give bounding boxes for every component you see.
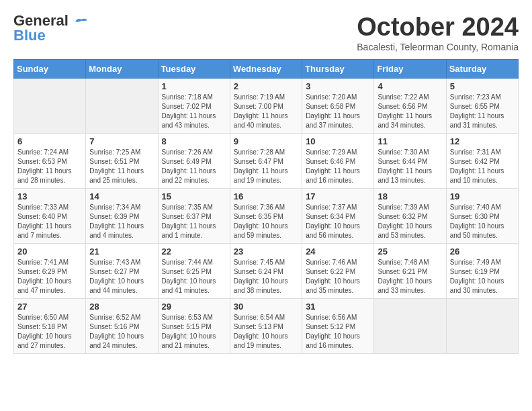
calendar-cell: 11Sunrise: 7:30 AM Sunset: 6:44 PM Dayli… <box>374 133 446 188</box>
day-number: 29 <box>162 302 226 312</box>
day-info: Sunrise: 7:31 AM Sunset: 6:42 PM Dayligh… <box>450 148 515 185</box>
day-number: 8 <box>162 136 226 146</box>
calendar-cell <box>446 298 518 353</box>
day-number: 19 <box>450 191 515 201</box>
calendar-table: SundayMondayTuesdayWednesdayThursdayFrid… <box>13 59 519 354</box>
calendar-week-row: 6Sunrise: 7:24 AM Sunset: 6:53 PM Daylig… <box>14 133 519 188</box>
day-info: Sunrise: 7:43 AM Sunset: 6:27 PM Dayligh… <box>89 258 154 295</box>
day-info: Sunrise: 7:36 AM Sunset: 6:35 PM Dayligh… <box>234 203 298 240</box>
day-info: Sunrise: 7:19 AM Sunset: 7:00 PM Dayligh… <box>234 93 298 130</box>
calendar-cell: 26Sunrise: 7:49 AM Sunset: 6:19 PM Dayli… <box>446 243 518 298</box>
day-info: Sunrise: 7:30 AM Sunset: 6:44 PM Dayligh… <box>378 148 442 185</box>
day-number: 22 <box>162 246 226 257</box>
calendar-cell: 25Sunrise: 7:48 AM Sunset: 6:21 PM Dayli… <box>374 243 446 298</box>
calendar-cell: 18Sunrise: 7:39 AM Sunset: 6:32 PM Dayli… <box>374 188 446 243</box>
calendar-cell: 13Sunrise: 7:33 AM Sunset: 6:40 PM Dayli… <box>14 188 86 243</box>
day-number: 15 <box>162 191 226 201</box>
day-info: Sunrise: 7:37 AM Sunset: 6:34 PM Dayligh… <box>306 203 370 240</box>
day-number: 26 <box>450 246 515 257</box>
day-number: 31 <box>306 302 370 312</box>
day-info: Sunrise: 7:46 AM Sunset: 6:22 PM Dayligh… <box>306 258 370 295</box>
day-number: 6 <box>17 136 82 146</box>
page-header: General Blue October 2024 Bacalesti, Tel… <box>13 13 519 52</box>
calendar-cell: 23Sunrise: 7:45 AM Sunset: 6:24 PM Dayli… <box>230 243 302 298</box>
day-of-week-header: Monday <box>86 59 158 78</box>
calendar-cell: 10Sunrise: 7:29 AM Sunset: 6:46 PM Dayli… <box>302 133 374 188</box>
day-number: 30 <box>234 302 298 312</box>
day-number: 17 <box>306 191 370 201</box>
day-of-week-header: Tuesday <box>158 59 230 78</box>
calendar-cell: 9Sunrise: 7:28 AM Sunset: 6:47 PM Daylig… <box>230 133 302 188</box>
calendar-cell <box>14 78 86 133</box>
day-info: Sunrise: 7:23 AM Sunset: 6:55 PM Dayligh… <box>450 93 515 130</box>
calendar-cell: 20Sunrise: 7:41 AM Sunset: 6:29 PM Dayli… <box>14 243 86 298</box>
day-info: Sunrise: 6:52 AM Sunset: 5:16 PM Dayligh… <box>89 313 154 351</box>
calendar-cell: 17Sunrise: 7:37 AM Sunset: 6:34 PM Dayli… <box>302 188 374 243</box>
calendar-cell: 31Sunrise: 6:56 AM Sunset: 5:12 PM Dayli… <box>302 298 374 353</box>
day-info: Sunrise: 7:29 AM Sunset: 6:46 PM Dayligh… <box>306 148 370 185</box>
calendar-cell: 7Sunrise: 7:25 AM Sunset: 6:51 PM Daylig… <box>86 133 158 188</box>
day-info: Sunrise: 7:41 AM Sunset: 6:29 PM Dayligh… <box>17 258 82 295</box>
day-info: Sunrise: 7:40 AM Sunset: 6:30 PM Dayligh… <box>450 203 515 240</box>
calendar-cell: 12Sunrise: 7:31 AM Sunset: 6:42 PM Dayli… <box>446 133 518 188</box>
day-info: Sunrise: 7:25 AM Sunset: 6:51 PM Dayligh… <box>89 148 154 185</box>
day-info: Sunrise: 7:33 AM Sunset: 6:40 PM Dayligh… <box>17 203 82 240</box>
calendar-cell: 27Sunrise: 6:50 AM Sunset: 5:18 PM Dayli… <box>14 298 86 353</box>
day-info: Sunrise: 6:54 AM Sunset: 5:13 PM Dayligh… <box>234 313 298 351</box>
day-info: Sunrise: 6:56 AM Sunset: 5:12 PM Dayligh… <box>306 313 370 351</box>
day-number: 5 <box>450 81 515 91</box>
calendar-cell: 16Sunrise: 7:36 AM Sunset: 6:35 PM Dayli… <box>230 188 302 243</box>
day-info: Sunrise: 7:48 AM Sunset: 6:21 PM Dayligh… <box>378 258 442 295</box>
calendar-cell: 15Sunrise: 7:35 AM Sunset: 6:37 PM Dayli… <box>158 188 230 243</box>
calendar-cell: 4Sunrise: 7:22 AM Sunset: 6:56 PM Daylig… <box>374 78 446 133</box>
day-info: Sunrise: 7:20 AM Sunset: 6:58 PM Dayligh… <box>306 93 370 130</box>
day-number: 20 <box>17 246 82 257</box>
day-of-week-header: Friday <box>374 59 446 78</box>
day-info: Sunrise: 7:44 AM Sunset: 6:25 PM Dayligh… <box>162 258 226 295</box>
day-number: 14 <box>89 191 154 201</box>
logo-blue: Blue <box>13 28 46 43</box>
day-info: Sunrise: 6:50 AM Sunset: 5:18 PM Dayligh… <box>17 313 82 351</box>
calendar-cell: 22Sunrise: 7:44 AM Sunset: 6:25 PM Dayli… <box>158 243 230 298</box>
calendar-week-row: 13Sunrise: 7:33 AM Sunset: 6:40 PM Dayli… <box>14 188 519 243</box>
day-number: 12 <box>450 136 515 146</box>
calendar-cell: 24Sunrise: 7:46 AM Sunset: 6:22 PM Dayli… <box>302 243 374 298</box>
logo: General Blue <box>13 13 89 43</box>
day-number: 28 <box>89 302 154 312</box>
calendar-cell: 3Sunrise: 7:20 AM Sunset: 6:58 PM Daylig… <box>302 78 374 133</box>
day-info: Sunrise: 7:34 AM Sunset: 6:39 PM Dayligh… <box>89 203 154 240</box>
day-number: 10 <box>306 136 370 146</box>
day-info: Sunrise: 7:28 AM Sunset: 6:47 PM Dayligh… <box>234 148 298 185</box>
calendar-week-row: 20Sunrise: 7:41 AM Sunset: 6:29 PM Dayli… <box>14 243 519 298</box>
day-number: 3 <box>306 81 370 91</box>
day-number: 23 <box>234 246 298 257</box>
day-number: 13 <box>17 191 82 201</box>
month-title: October 2024 <box>357 13 519 42</box>
day-of-week-header: Wednesday <box>230 59 302 78</box>
calendar-week-row: 1Sunrise: 7:18 AM Sunset: 7:02 PM Daylig… <box>14 78 519 133</box>
calendar-cell: 30Sunrise: 6:54 AM Sunset: 5:13 PM Dayli… <box>230 298 302 353</box>
calendar-header-row: SundayMondayTuesdayWednesdayThursdayFrid… <box>14 59 519 78</box>
day-number: 11 <box>378 136 442 146</box>
day-number: 25 <box>378 246 442 257</box>
day-number: 9 <box>234 136 298 146</box>
calendar-cell: 14Sunrise: 7:34 AM Sunset: 6:39 PM Dayli… <box>86 188 158 243</box>
day-info: Sunrise: 7:39 AM Sunset: 6:32 PM Dayligh… <box>378 203 442 240</box>
location-subtitle: Bacalesti, Teleorman County, Romania <box>357 42 519 52</box>
day-number: 24 <box>306 246 370 257</box>
title-section: October 2024 Bacalesti, Teleorman County… <box>357 13 519 52</box>
day-number: 7 <box>89 136 154 146</box>
calendar-week-row: 27Sunrise: 6:50 AM Sunset: 5:18 PM Dayli… <box>14 298 519 353</box>
day-of-week-header: Saturday <box>446 59 518 78</box>
day-info: Sunrise: 7:26 AM Sunset: 6:49 PM Dayligh… <box>162 148 226 185</box>
calendar-cell <box>86 78 158 133</box>
day-info: Sunrise: 7:24 AM Sunset: 6:53 PM Dayligh… <box>17 148 82 185</box>
logo-bird-icon <box>74 16 89 27</box>
calendar-cell: 29Sunrise: 6:53 AM Sunset: 5:15 PM Dayli… <box>158 298 230 353</box>
calendar-cell: 21Sunrise: 7:43 AM Sunset: 6:27 PM Dayli… <box>86 243 158 298</box>
day-info: Sunrise: 7:45 AM Sunset: 6:24 PM Dayligh… <box>234 258 298 295</box>
calendar-cell: 2Sunrise: 7:19 AM Sunset: 7:00 PM Daylig… <box>230 78 302 133</box>
day-of-week-header: Thursday <box>302 59 374 78</box>
calendar-cell: 1Sunrise: 7:18 AM Sunset: 7:02 PM Daylig… <box>158 78 230 133</box>
calendar-cell <box>374 298 446 353</box>
